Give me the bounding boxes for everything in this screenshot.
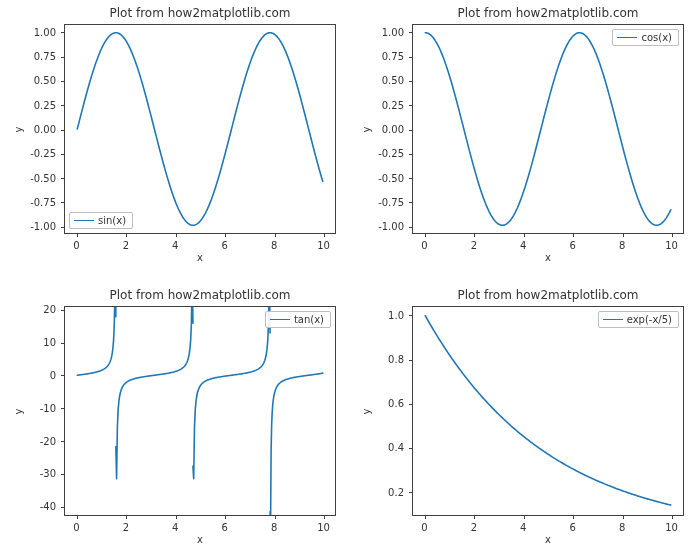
y-tick-label: 0 [0,369,62,380]
y-tick-label: -0.25 [0,148,62,159]
x-axis-label: x [64,534,336,545]
x-tick-label: 6 [222,236,228,251]
line-series-sin [77,33,322,226]
plot-title: Plot from how2matplotlib.com [412,6,684,20]
y-tick-label: -40 [0,501,62,512]
x-tick-label: 2 [123,518,129,533]
y-tick-label: -1.00 [0,221,62,232]
x-axis-label: x [412,534,684,545]
y-tick-label: -0.75 [348,196,410,207]
y-tick-label: 0.2 [348,486,410,497]
x-tick-label: 10 [665,236,678,251]
x-tick-label: 10 [665,518,678,533]
y-tick-label: -0.25 [348,148,410,159]
y-tick-label: 1.00 [348,26,410,37]
y-tick-label: 20 [0,304,62,315]
x-tick-label: 4 [172,518,178,533]
x-tick-label: 10 [317,518,330,533]
y-tick-label: 10 [0,337,62,348]
subplot-exp: Plot from how2matplotlib.com y exp(-x/5)… [354,286,694,556]
x-tick-label: 8 [271,518,277,533]
axes: cos(x) [412,24,684,234]
legend: cos(x) [612,29,679,46]
y-tick-label: -0.50 [0,172,62,183]
y-tick-label: 0.75 [348,51,410,62]
y-tick-label: 0.50 [348,75,410,86]
line-series-cos [425,33,670,226]
y-tick-label: 0.00 [348,124,410,135]
legend-label: sin(x) [98,215,126,226]
x-tick-label: 4 [520,518,526,533]
y-tick-label: -20 [0,435,62,446]
legend-swatch [74,220,94,221]
y-tick-label: 0.00 [0,124,62,135]
y-tick-label: 0.75 [0,51,62,62]
x-tick-label: 2 [123,236,129,251]
legend: sin(x) [69,212,133,229]
line-series-tan [116,307,193,479]
y-tick-label: 0.6 [348,398,410,409]
subplot-sin: Plot from how2matplotlib.com y sin(x) -1… [6,4,346,274]
y-tick-label: 1.00 [0,26,62,37]
x-tick-label: 6 [222,518,228,533]
legend-label: tan(x) [294,314,324,325]
y-tick-label: 0.25 [0,99,62,110]
y-tick-label: 1.0 [348,309,410,320]
x-axis-label: x [412,252,684,263]
x-tick-label: 10 [317,236,330,251]
legend-swatch [603,319,623,320]
y-tick-label: -1.00 [348,221,410,232]
x-tick-label: 4 [172,236,178,251]
x-tick-label: 4 [520,236,526,251]
x-tick-label: 0 [421,518,427,533]
y-tick-label: 0.50 [0,75,62,86]
y-tick-label: -30 [0,468,62,479]
y-tick-label: 0.25 [348,99,410,110]
axes: sin(x) [64,24,336,234]
y-tick-label: -0.75 [0,196,62,207]
x-tick-label: 2 [471,236,477,251]
subplot-cos: Plot from how2matplotlib.com y cos(x) -1… [354,4,694,274]
y-tick-label: 0.8 [348,354,410,365]
x-tick-label: 2 [471,518,477,533]
legend: exp(-x/5) [598,311,679,328]
plot-title: Plot from how2matplotlib.com [64,6,336,20]
legend-swatch [270,319,290,320]
legend: tan(x) [265,311,331,328]
plot-title: Plot from how2matplotlib.com [412,288,684,302]
x-tick-label: 0 [73,236,79,251]
line-series-tan [77,307,116,375]
x-tick-label: 0 [73,518,79,533]
plot-title: Plot from how2matplotlib.com [64,288,336,302]
x-tick-label: 0 [421,236,427,251]
legend-swatch [617,37,637,38]
x-tick-label: 8 [619,236,625,251]
y-tick-label: 0.4 [348,442,410,453]
x-tick-label: 8 [271,236,277,251]
line-series-tan [270,373,323,515]
x-tick-label: 6 [570,236,576,251]
axes: exp(-x/5) [412,306,684,516]
axes: tan(x) [64,306,336,516]
legend-label: exp(-x/5) [627,314,672,325]
x-tick-label: 8 [619,518,625,533]
x-axis-label: x [64,252,336,263]
line-series-exp [425,316,670,505]
x-tick-label: 6 [570,518,576,533]
figure: Plot from how2matplotlib.com y sin(x) -1… [0,0,700,560]
legend-label: cos(x) [641,32,672,43]
y-tick-label: -10 [0,402,62,413]
y-tick-label: -0.50 [348,172,410,183]
line-series-tan [193,307,270,479]
subplot-tan: Plot from how2matplotlib.com y tan(x) -4… [6,286,346,556]
